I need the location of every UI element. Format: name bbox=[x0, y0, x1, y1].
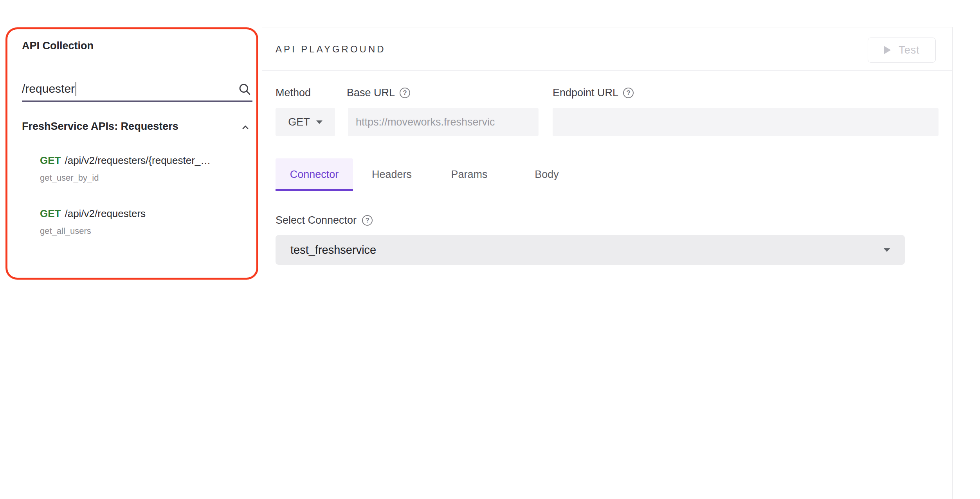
tab-connector[interactable]: Connector bbox=[276, 158, 353, 191]
tab-body[interactable]: Body bbox=[508, 158, 585, 191]
endpoint-url-input[interactable] bbox=[553, 108, 939, 136]
select-connector-label: Select Connector ? bbox=[276, 214, 373, 226]
method-select-value: GET bbox=[288, 116, 310, 128]
connector-select-value: test_freshservice bbox=[290, 244, 884, 257]
http-method-badge: GET bbox=[40, 208, 61, 219]
help-icon[interactable]: ? bbox=[400, 88, 410, 98]
search-icon[interactable] bbox=[238, 82, 252, 99]
chevron-up-icon[interactable] bbox=[239, 121, 252, 135]
play-icon bbox=[884, 46, 891, 54]
tab-params[interactable]: Params bbox=[431, 158, 508, 191]
base-url-value: https://moveworks.freshservic bbox=[356, 116, 495, 128]
http-method-badge: GET bbox=[40, 154, 61, 166]
playground-tabs: Connector Headers Params Body bbox=[276, 158, 939, 191]
test-button-label: Test bbox=[899, 44, 920, 56]
test-button[interactable]: Test bbox=[868, 38, 936, 63]
connector-select[interactable]: test_freshservice bbox=[276, 235, 905, 265]
endpoint-url-label: Endpoint URL ? bbox=[553, 87, 634, 99]
dropdown-caret-icon bbox=[316, 120, 322, 124]
method-label: Method bbox=[276, 87, 311, 99]
sidebar-title: API Collection bbox=[22, 40, 94, 52]
api-search-input[interactable]: /requester bbox=[22, 77, 252, 102]
dropdown-caret-icon bbox=[884, 248, 890, 252]
sidebar-divider bbox=[22, 66, 252, 66]
base-url-label: Base URL ? bbox=[347, 87, 410, 99]
text-cursor bbox=[76, 82, 76, 96]
page-title: API PLAYGROUND bbox=[276, 44, 386, 55]
api-collection-sidebar: API Collection /requester FreshService A… bbox=[0, 0, 262, 499]
api-name: get_all_users bbox=[40, 226, 146, 236]
api-name: get_user_by_id bbox=[40, 173, 211, 183]
api-group-label: FreshService APIs: Requesters bbox=[22, 120, 178, 132]
search-input-value: /requester bbox=[22, 82, 75, 95]
help-icon[interactable]: ? bbox=[623, 88, 634, 98]
api-path: /api/v2/requesters bbox=[65, 208, 146, 219]
api-list-item[interactable]: GET/api/v2/requesters/{requester_… get_u… bbox=[40, 154, 211, 183]
help-icon[interactable]: ? bbox=[362, 215, 373, 226]
api-playground-panel: API PLAYGROUND Test Method Base URL ? En… bbox=[262, 27, 953, 499]
api-group-header[interactable]: FreshService APIs: Requesters bbox=[22, 120, 252, 136]
playground-header: API PLAYGROUND Test bbox=[262, 27, 952, 71]
base-url-input[interactable]: https://moveworks.freshservic bbox=[348, 108, 539, 136]
api-list-item[interactable]: GET/api/v2/requesters get_all_users bbox=[40, 208, 146, 236]
method-select[interactable]: GET bbox=[276, 108, 335, 136]
tab-headers[interactable]: Headers bbox=[353, 158, 431, 191]
api-path: /api/v2/requesters/{requester_… bbox=[65, 154, 211, 166]
